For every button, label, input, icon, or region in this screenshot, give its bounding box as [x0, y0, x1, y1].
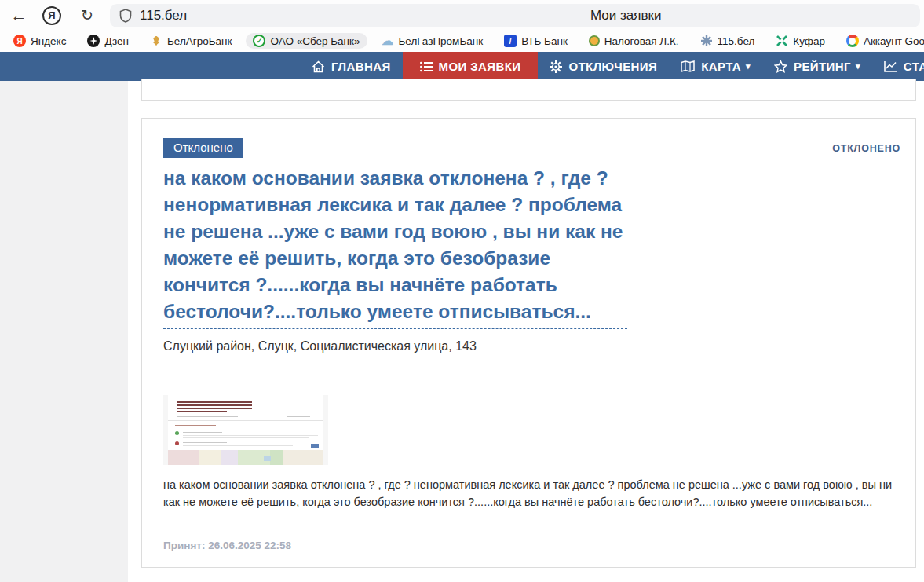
page-title: Мои заявки [590, 8, 661, 24]
nav-item-statistics[interactable]: СТАТИСТИКА [872, 52, 924, 81]
wheat-favicon [150, 35, 163, 47]
browser-window: ← Я ↻ 115.бел Мои заявки Я Яндекс Дзен Б… [0, 0, 924, 582]
page-background-strip [0, 81, 128, 582]
request-title-link[interactable]: на каком основании заявка отклонена ? , … [163, 165, 627, 329]
bookmark-sberbank[interactable]: ✓ ОАО «Сбер Банк» [246, 33, 367, 49]
bookmark-label: ВТБ Банк [521, 35, 568, 47]
bookmarks-bar: Я Яндекс Дзен БелАгроБанк ✓ ОАО «Сбер Ба… [0, 31, 924, 50]
bookmark-dzen[interactable]: Дзен [80, 33, 136, 49]
kufar-favicon [776, 35, 788, 47]
refresh-button[interactable]: ↻ [76, 5, 98, 27]
yandex-favicon: Я [13, 35, 26, 47]
nav-item-rating[interactable]: РЕЙТИНГ ▾ [762, 52, 872, 81]
star-icon [774, 60, 787, 73]
nav-item-my-requests[interactable]: МОИ ЗАЯВКИ [403, 52, 539, 81]
bookmark-belgazprombank[interactable]: ☁ БелГазПромБанк [374, 33, 491, 49]
nav-item-outages[interactable]: ОТКЛЮЧЕНИЯ [538, 52, 669, 81]
yandex-browser-icon[interactable]: Я [42, 6, 61, 25]
bookmark-kufar[interactable]: Куфар [769, 33, 832, 49]
bookmark-label: БелАгроБанк [167, 35, 232, 47]
nav-label: ГЛАВНАЯ [331, 60, 391, 73]
status-badge: Отклонено [163, 138, 243, 158]
bookmark-label: Дзен [104, 35, 129, 47]
sber-favicon: ✓ [253, 35, 265, 47]
bookmark-label: Налоговая Л.К. [604, 35, 679, 47]
nav-label: РЕЙТИНГ [794, 60, 851, 73]
chart-icon [884, 60, 897, 72]
nav-label: КАРТА [701, 60, 741, 73]
bookmark-115bel[interactable]: 115.бел [693, 33, 762, 49]
tax-favicon [589, 35, 600, 46]
list-icon [420, 61, 433, 72]
nav-item-home[interactable]: ГЛАВНАЯ [300, 52, 403, 81]
cloud-favicon: ☁ [382, 35, 394, 47]
attachment-thumbnail[interactable] [163, 395, 328, 465]
browser-toolbar: ← Я ↻ 115.бел Мои заявки [0, 0, 924, 31]
chevron-down-icon: ▾ [746, 61, 751, 71]
bookmark-vtb[interactable]: / ВТБ Банк [497, 33, 575, 49]
dzen-favicon [87, 35, 100, 47]
site-security-icon[interactable] [119, 9, 132, 23]
bookmark-label: 115.бел [718, 35, 755, 47]
url-text[interactable]: 115.бел [140, 8, 187, 24]
bookmark-yandex[interactable]: Я Яндекс [6, 33, 73, 49]
previous-request-card [141, 79, 916, 101]
page-content: Отклонено ОТКЛОНЕНО на каком основании з… [0, 81, 924, 582]
accepted-timestamp: Принят: 26.06.2025 22:58 [163, 540, 291, 551]
gear-icon [550, 60, 562, 73]
nav-item-map[interactable]: КАРТА ▾ [669, 52, 762, 81]
bookmark-label: Куфар [793, 35, 825, 47]
site-navbar: ГЛАВНАЯ МОИ ЗАЯВКИ [0, 52, 924, 81]
nav-label: ОТКЛЮЧЕНИЯ [568, 60, 657, 73]
nav-label: МОИ ЗАЯВКИ [439, 60, 521, 73]
bookmark-label: ОАО «Сбер Банк» [270, 35, 360, 47]
bookmark-nalogovaya[interactable]: Налоговая Л.К. [582, 34, 686, 49]
snowflake-favicon [700, 35, 713, 47]
thumbnail-button [311, 444, 319, 448]
nav-label: СТАТИСТИКА [904, 60, 924, 73]
bookmark-label: Яндекс [31, 35, 66, 47]
google-favicon [846, 35, 859, 47]
request-address: Слуцкий район, Слуцк, Социалистическая у… [163, 339, 915, 353]
home-icon [312, 60, 325, 73]
address-bar[interactable]: 115.бел Мои заявки [110, 4, 920, 27]
status-label: ОТКЛОНЕНО [832, 143, 900, 154]
bookmark-label: БелГазПромБанк [399, 35, 484, 47]
vtb-favicon: / [504, 35, 517, 47]
bookmark-belagrobank[interactable]: БелАгроБанк [143, 33, 239, 49]
request-card: Отклонено ОТКЛОНЕНО на каком основании з… [141, 118, 916, 568]
back-button[interactable]: ← [8, 5, 30, 27]
request-description: на каком основании заявка отклонена ? , … [163, 477, 903, 511]
map-icon [681, 60, 695, 72]
thumbnail-map [168, 450, 323, 465]
bookmark-label: Аккаунт Google [864, 35, 924, 47]
chevron-down-icon: ▾ [856, 61, 860, 71]
bookmark-google-account[interactable]: Аккаунт Google [839, 33, 924, 49]
